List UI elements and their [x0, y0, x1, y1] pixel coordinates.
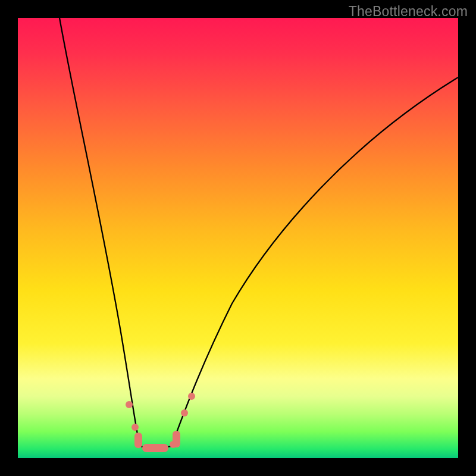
- curve-left: [60, 18, 140, 446]
- curve-right: [171, 77, 458, 446]
- marker-dot: [131, 424, 139, 431]
- marker-dot: [181, 409, 188, 416]
- marker-pill: [134, 433, 142, 448]
- chart-frame: TheBottleneck.com: [0, 0, 476, 476]
- marker-dot: [126, 401, 133, 408]
- marker-pill: [173, 431, 180, 447]
- plot-area: [18, 18, 458, 458]
- marker-pill: [142, 444, 168, 452]
- watermark-text: TheBottleneck.com: [349, 4, 468, 20]
- curve-valley: [140, 446, 171, 448]
- bottleneck-curve: [18, 18, 458, 458]
- marker-dot: [188, 393, 195, 400]
- marker-dot: [170, 441, 177, 448]
